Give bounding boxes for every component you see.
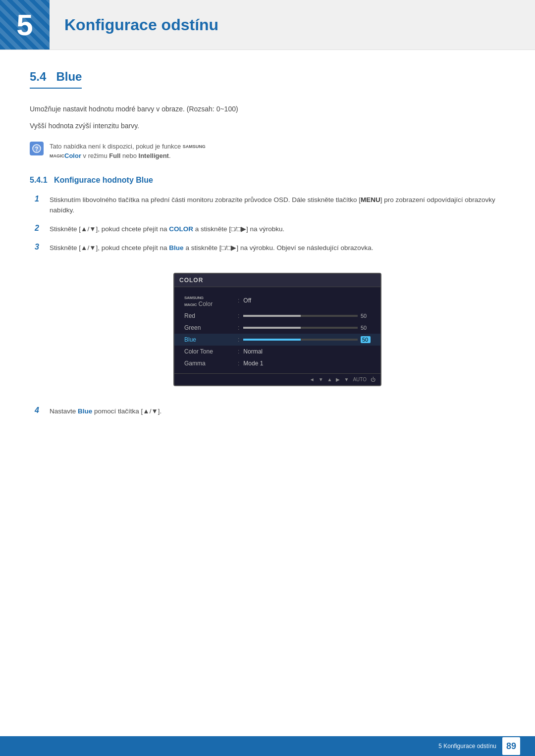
osd-row-blue: Blue : 50 [174, 334, 380, 346]
osd-row-green: Green : 50 [174, 322, 380, 334]
footer-page-number: 89 [502, 737, 520, 755]
osd-btn-auto: AUTO [353, 377, 367, 382]
step-4: 4 Nastavte Blue pomocí tlačítka [▲/▼]. [35, 406, 505, 417]
step-2-text: Stiskněte [▲/▼], pokud chcete přejít na … [50, 224, 284, 235]
osd-btn-left: ◄ [310, 377, 315, 382]
step-4-text: Nastavte Blue pomocí tlačítka [▲/▼]. [50, 406, 161, 417]
osd-label-green: Green [184, 324, 234, 331]
step-1: 1 Stisknutím libovolného tlačítka na pře… [35, 195, 505, 216]
step-2: 2 Stiskněte [▲/▼], pokud chcete přejít n… [35, 224, 505, 235]
subsection-heading: Konfigurace hodnoty Blue [54, 176, 153, 184]
note-text: Tato nabídka není k dispozici, pokud je … [50, 142, 206, 161]
chapter-number: 5 [16, 8, 33, 42]
osd-bar-green: 50 [243, 325, 371, 331]
osd-btn-down: ▼ [319, 377, 323, 382]
osd-label-samsung-magic: SAMSUNGMAGIC Color [184, 294, 234, 307]
note-box: Tato nabídka není k dispozici, pokud je … [30, 142, 505, 161]
chapter-number-box: 5 [0, 0, 50, 50]
osd-value-green: 50 [361, 325, 371, 331]
osd-value-blue: 50 [361, 336, 371, 343]
section-heading: Blue [56, 70, 82, 83]
osd-screenshot-container: COLOR SAMSUNGMAGIC Color : Off Red [50, 263, 505, 396]
subsection-title: 5.4.1 Konfigurace hodnoty Blue [30, 176, 505, 185]
osd-label-color-tone: Color Tone [184, 348, 234, 355]
osd-bar-red: 50 [243, 313, 371, 319]
osd-row-red: Red : 50 [174, 310, 380, 322]
osd-body: SAMSUNGMAGIC Color : Off Red : [174, 287, 380, 373]
section-number: 5.4 [30, 70, 46, 83]
description-1: Umožňuje nastavit hodnotu modré barvy v … [30, 103, 505, 114]
osd-btn-down2: ▼ [344, 377, 349, 382]
steps-container: 1 Stisknutím libovolného tlačítka na pře… [35, 195, 505, 417]
step-4-number: 4 [35, 406, 45, 415]
description-2: Vyšší hodnota zvýší intenzitu barvy. [30, 120, 505, 131]
osd-value-color-tone: Normal [243, 348, 371, 355]
section-title: 5.4 Blue [30, 70, 82, 89]
osd-value-gamma: Mode 1 [243, 360, 371, 367]
osd-btn-power: ⏻ [371, 377, 375, 382]
osd-label-gamma: Gamma [184, 360, 234, 367]
step-1-number: 1 [35, 195, 45, 203]
osd-header: COLOR [174, 274, 380, 287]
monitor-screenshot: COLOR SAMSUNGMAGIC Color : Off Red [173, 273, 381, 386]
main-content: 5.4 Blue Umožňuje nastavit hodnotu modré… [0, 70, 535, 454]
chapter-title-area: Konfigurace odstínu [50, 0, 535, 50]
chapter-title: Konfigurace odstínu [64, 16, 218, 34]
page-footer: 5 Konfigurace odstínu 89 [0, 736, 535, 756]
step-1-text: Stisknutím libovolného tlačítka na předn… [50, 195, 505, 216]
svg-point-0 [33, 145, 41, 152]
step-3-number: 3 [35, 243, 45, 252]
osd-label-red: Red [184, 312, 234, 319]
chapter-header: 5 Konfigurace odstínu [0, 0, 535, 50]
osd-btn-enter: ▶ [336, 377, 340, 382]
subsection-number: 5.4.1 [30, 176, 48, 184]
osd-row-samsung-magic: SAMSUNGMAGIC Color : Off [174, 291, 380, 310]
osd-footer: ◄ ▼ ▲ ▶ ▼ AUTO ⏻ [174, 373, 380, 385]
note-icon [30, 142, 44, 155]
step-3: 3 Stiskněte [▲/▼], pokud chcete přejít n… [35, 243, 505, 253]
osd-value-samsung-magic: Off [243, 297, 371, 304]
section-block: 5.4 Blue Umožňuje nastavit hodnotu modré… [30, 70, 505, 417]
svg-point-1 [36, 150, 37, 151]
footer-chapter-text: 5 Konfigurace odstínu [438, 743, 496, 750]
osd-label-blue: Blue [184, 336, 234, 343]
osd-row-color-tone: Color Tone : Normal [174, 346, 380, 357]
osd-value-red: 50 [361, 313, 371, 319]
osd-row-gamma: Gamma : Mode 1 [174, 357, 380, 369]
osd-btn-up: ▲ [327, 377, 332, 382]
osd-bar-blue: 50 [243, 336, 371, 343]
step-3-text: Stiskněte [▲/▼], pokud chcete přejít na … [50, 243, 374, 253]
step-2-number: 2 [35, 224, 45, 233]
